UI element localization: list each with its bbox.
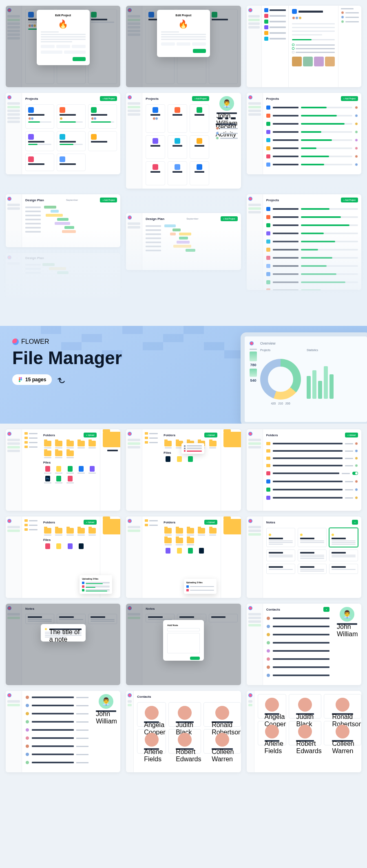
screenshot-folders-upload-2[interactable]: Folders+ Upload Uploading 3 files xyxy=(126,516,241,598)
screenshot-gantt-1-fade: Design Plan xyxy=(6,253,120,298)
recent-activity-label: Recent Activity xyxy=(216,123,236,125)
svg-point-0 xyxy=(19,377,20,379)
context-menu[interactable] xyxy=(181,443,204,454)
screenshot-edit-project-2[interactable]: Edit Project 🔥 xyxy=(126,6,241,87)
toggle[interactable] xyxy=(352,472,358,475)
screenshot-folders-upload[interactable]: Folders+ Upload Files Uploading 3 files xyxy=(6,516,120,598)
screenshot-contacts-grid-2[interactable]: Angela Cooper Judith Black Ronald Robert… xyxy=(247,691,361,772)
profile-sidebar: 👨‍💼 John William 324 12 182 Recent Activ… xyxy=(212,93,241,189)
add-project-button[interactable]: + Add Project xyxy=(341,96,358,101)
pill-label: 15 pages xyxy=(25,377,46,382)
screenshot-gantt-2[interactable]: Design PlanSeptember+ Add Project xyxy=(126,213,241,270)
edit-project-modal: Edit Project 🔥 xyxy=(157,10,210,57)
screenshot-contacts-list[interactable]: Contacts+ 👨‍💼 John William xyxy=(247,604,361,685)
note-title: The title of a note xyxy=(49,628,82,630)
donut-chart xyxy=(260,359,301,400)
title-input[interactable] xyxy=(167,628,200,631)
add-project-button[interactable]: + Add Project xyxy=(100,96,117,101)
screenshot-project-detail[interactable] xyxy=(247,6,361,87)
bar-chart xyxy=(307,362,334,399)
modal-title: Edit Project xyxy=(41,14,86,17)
screenshot-projects-list-2[interactable]: Projects+ Add Project xyxy=(247,194,361,290)
file-manager-banner: FLOWER File Manager 15 pages ↶ 780 540 O… xyxy=(0,326,367,424)
flower-logo-icon xyxy=(12,338,19,345)
page-title: Projects xyxy=(266,97,279,101)
note-preview-modal: The title of a note xyxy=(41,624,86,642)
svg-point-1 xyxy=(20,377,22,379)
screenshot-projects-grid-3col[interactable]: Projects+ Add Project xyxy=(6,93,120,174)
arrow-icon: ↶ xyxy=(56,373,67,387)
screenshot-files-list[interactable]: Folders+ Upload xyxy=(247,429,361,511)
upload-button[interactable]: + Upload xyxy=(84,433,97,437)
screenshot-gantt-1[interactable]: Design PlanSeptember+ Add Project xyxy=(6,194,120,247)
fire-icon: 🔥 xyxy=(41,19,86,29)
user-name: John William xyxy=(217,112,237,114)
stat-value: 182 xyxy=(231,117,236,119)
screenshot-contacts-grid-1[interactable]: Contacts+ Angela Cooper Judith Black Ron… xyxy=(126,691,241,772)
figma-icon xyxy=(18,377,23,382)
avatar: 👨‍💼 xyxy=(219,96,234,111)
brand-name: FLOWER xyxy=(21,338,49,345)
screenshot-contacts-list-2[interactable]: 👨‍💼John William xyxy=(6,691,120,772)
svg-point-3 xyxy=(20,379,22,380)
add-project-button[interactable]: + Add Project xyxy=(100,198,117,202)
projects-showcase-section: Edit Project 🔥 Edit Project 🔥 xyxy=(0,0,367,326)
page-title: Projects xyxy=(146,97,159,101)
add-note-modal: Add Note xyxy=(163,620,204,661)
screenshot-add-note[interactable]: Notes Add Note xyxy=(126,604,241,685)
fire-icon: 🔥 xyxy=(161,19,206,29)
profile-sidebar: 👨‍💼 John William xyxy=(333,604,361,685)
avatar: 👨‍💼 xyxy=(340,607,354,622)
upload-progress-modal: Uploading 3 files xyxy=(184,579,217,594)
pages-pill: 15 pages xyxy=(12,374,52,385)
screenshot-folders-dropdown[interactable]: Folders+ Upload Files xyxy=(126,429,241,511)
screenshot-projects-list[interactable]: Projects+ Add Project xyxy=(247,93,361,174)
page-title: Design Plan xyxy=(146,217,164,221)
screenshot-notes-preview[interactable]: Notes The title of a note xyxy=(6,604,120,685)
stat-value: 324 xyxy=(218,117,223,119)
screenshot-notes[interactable]: Notes+ xyxy=(247,516,361,598)
folder-preview-icon xyxy=(103,432,120,447)
stat-value: 12 xyxy=(225,117,228,119)
page-title: Design Plan xyxy=(25,198,44,202)
modal-title: Add Note xyxy=(167,624,200,626)
svg-point-2 xyxy=(19,379,20,380)
save-button[interactable] xyxy=(73,57,86,61)
body-input[interactable] xyxy=(167,633,200,653)
page-title: Projects xyxy=(25,97,38,101)
add-project-button[interactable]: + Add Project xyxy=(192,96,209,101)
screenshot-edit-project-1[interactable]: Edit Project 🔥 xyxy=(6,6,120,87)
add-contact-button[interactable]: + xyxy=(323,607,329,612)
upload-progress-modal: Uploading 3 files xyxy=(80,575,112,594)
save-button[interactable] xyxy=(190,657,200,660)
file-manager-showcase-section: Folders+ Upload Files Ps xyxy=(0,424,367,851)
svg-point-4 xyxy=(19,380,20,382)
save-button[interactable] xyxy=(193,49,206,53)
edit-project-modal: Edit Project 🔥 xyxy=(37,10,90,65)
screenshot-projects-with-profile[interactable]: Projects+ Add Project 👨‍💼 John William 3… xyxy=(126,93,241,189)
tablet-preview: 780 540 Overview Projects 420 210 200 xyxy=(241,332,367,424)
add-note-button[interactable]: + xyxy=(352,520,358,525)
screenshot-folders-1[interactable]: Folders+ Upload Files Ps xyxy=(6,429,120,511)
modal-title: Edit Project xyxy=(161,14,206,17)
